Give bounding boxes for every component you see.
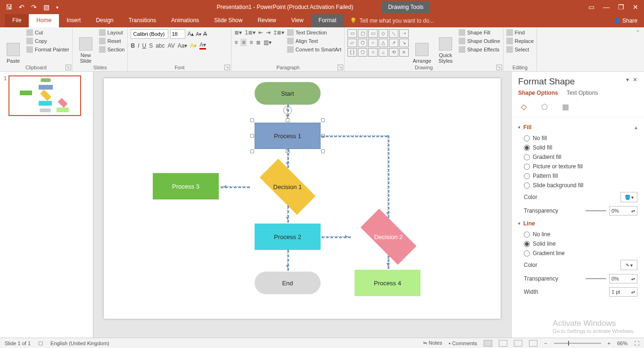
fill-color-dropdown[interactable]: 🪣▾	[620, 192, 637, 202]
shadow-button[interactable]: S	[149, 42, 153, 49]
qat-more-icon[interactable]: ▾	[56, 5, 58, 10]
thumbnail-slide-1[interactable]	[8, 75, 81, 116]
radio-gradient-fill[interactable]: Gradient fill	[518, 152, 637, 162]
fill-transparency-input[interactable]: 0%▴▾	[609, 206, 637, 215]
clipboard-launcher[interactable]: ↘	[66, 65, 71, 70]
section-line[interactable]: Line	[518, 217, 637, 230]
shape-outline-button[interactable]: Shape Outline	[459, 38, 500, 44]
slideshow-view-button[interactable]	[529, 340, 537, 347]
shape-fill-button[interactable]: Shape Fill	[459, 29, 500, 36]
status-slide[interactable]: Slide 1 of 1	[5, 340, 31, 346]
copy-button[interactable]: Copy	[26, 38, 69, 44]
shape-process-3[interactable]: Process 3	[153, 173, 219, 199]
clear-format-icon[interactable]: A̶	[203, 31, 207, 37]
line-color-dropdown[interactable]: ✎▾	[620, 260, 637, 270]
font-color-button[interactable]: A▾	[199, 41, 206, 50]
radio-solid-line[interactable]: Solid line	[518, 239, 637, 249]
shape-end[interactable]: End	[255, 272, 321, 294]
connector[interactable]	[322, 135, 388, 137]
start-from-beginning-icon[interactable]: ▧	[43, 3, 50, 11]
line-width-input[interactable]: 1 pt▴▾	[609, 287, 637, 297]
redo-icon[interactable]: ↷	[31, 3, 37, 11]
shape-decision-1[interactable]: Decision 1	[250, 168, 325, 206]
tab-format[interactable]: Format	[311, 14, 344, 27]
line-spacing-button[interactable]: ‡≣▾	[273, 29, 284, 36]
connector[interactable]	[287, 149, 289, 168]
paragraph-launcher[interactable]: ↘	[338, 65, 343, 70]
tab-file[interactable]: File	[5, 14, 29, 27]
connector[interactable]	[221, 186, 250, 188]
pane-close-icon[interactable]: ✕	[633, 76, 637, 83]
font-launcher[interactable]: ↘	[224, 65, 230, 70]
share-button[interactable]: 👤Share	[607, 14, 644, 27]
find-button[interactable]: Find	[506, 29, 534, 36]
tab-design[interactable]: Design	[88, 14, 121, 27]
font-name-input[interactable]	[131, 29, 168, 39]
font-size-input[interactable]	[170, 29, 185, 39]
connector[interactable]	[287, 105, 289, 121]
radio-no-fill[interactable]: No fill	[518, 133, 637, 143]
paste-button[interactable]: Paste	[3, 29, 24, 64]
fill-transparency-slider[interactable]	[586, 210, 606, 211]
section-button[interactable]: Section	[99, 46, 125, 53]
tab-slideshow[interactable]: Slide Show	[206, 14, 250, 27]
italic-button[interactable]: I	[138, 42, 139, 49]
shape-process-2[interactable]: Process 2	[255, 224, 321, 250]
text-direction-button[interactable]: Text Direction	[287, 29, 341, 36]
radio-slide-bg-fill[interactable]: Slide background fill	[518, 181, 637, 190]
align-left-button[interactable]: ≡	[234, 39, 238, 46]
columns-button[interactable]: ▥▾	[264, 39, 272, 46]
tab-insert[interactable]: Insert	[59, 14, 88, 27]
zoom-in-button[interactable]: +	[608, 340, 611, 346]
reading-view-button[interactable]	[514, 340, 522, 347]
save-icon[interactable]: 🖫	[6, 3, 12, 11]
indent-dec-button[interactable]: ⇤	[258, 29, 263, 36]
tab-review[interactable]: Review	[250, 14, 283, 27]
connector[interactable]	[388, 256, 389, 269]
tab-home[interactable]: Home	[29, 14, 59, 27]
shrink-font-icon[interactable]: A▾	[196, 32, 201, 37]
radio-solid-fill[interactable]: Solid fill	[518, 143, 637, 152]
arrange-button[interactable]: Arrange	[412, 29, 432, 64]
status-language[interactable]: English (United Kingdom)	[50, 340, 109, 346]
indent-inc-button[interactable]: ⇥	[266, 29, 271, 36]
drawing-launcher[interactable]: ↘	[496, 65, 502, 70]
connector[interactable]	[287, 250, 289, 271]
section-fill-collapse-icon[interactable]: ▴	[635, 124, 637, 131]
shape-process-4[interactable]: Process 4	[355, 270, 421, 296]
tab-view[interactable]: View	[284, 14, 311, 27]
slide[interactable]: Start Process 1 ↻ Decision 1	[104, 78, 501, 319]
fit-to-window-button[interactable]: ⛶	[634, 340, 639, 346]
grow-font-icon[interactable]: A▴	[187, 31, 194, 37]
radio-pattern-fill[interactable]: Pattern fill	[518, 171, 637, 181]
section-fill[interactable]: Fill	[518, 121, 637, 133]
connector[interactable]	[322, 236, 351, 238]
tab-transitions[interactable]: Transitions	[121, 14, 164, 27]
select-button[interactable]: Select	[506, 46, 534, 53]
zoom-out-button[interactable]: −	[544, 340, 547, 346]
shape-decision-2[interactable]: Decision 2	[351, 218, 426, 256]
shape-start[interactable]: Start	[255, 82, 321, 105]
strike-button[interactable]: abc	[156, 42, 165, 49]
line-transparency-slider[interactable]	[586, 278, 606, 279]
quick-styles-button[interactable]: Quick Styles	[435, 29, 456, 64]
convert-smartart-button[interactable]: Convert to SmartArt	[287, 46, 341, 53]
highlight-button[interactable]: A▾	[190, 42, 197, 49]
zoom-slider[interactable]	[554, 343, 601, 344]
comments-button[interactable]: ▪ Comments	[449, 340, 477, 346]
sorter-view-button[interactable]	[499, 340, 507, 347]
shape-process-1[interactable]: Process 1 ↻	[255, 123, 321, 149]
zoom-level[interactable]: 66%	[617, 340, 627, 346]
align-right-button[interactable]: ≡	[249, 39, 253, 46]
underline-button[interactable]: U	[142, 42, 146, 49]
tab-animations[interactable]: Animations	[164, 14, 206, 27]
notes-button[interactable]: ≒ Notes	[423, 340, 442, 346]
spell-check-icon[interactable]: ▢	[38, 340, 43, 346]
undo-icon[interactable]: ↶	[19, 3, 25, 11]
format-painter-button[interactable]: Format Painter	[26, 46, 69, 53]
tell-me-search[interactable]: 💡Tell me what you want to do...	[344, 14, 607, 27]
cut-button[interactable]: Cut	[26, 29, 69, 36]
pane-tab-text-options[interactable]: Text Options	[567, 90, 598, 96]
slide-canvas-area[interactable]: Start Process 1 ↻ Decision 1	[93, 72, 511, 338]
numbering-button[interactable]: 1≣▾	[245, 29, 256, 36]
